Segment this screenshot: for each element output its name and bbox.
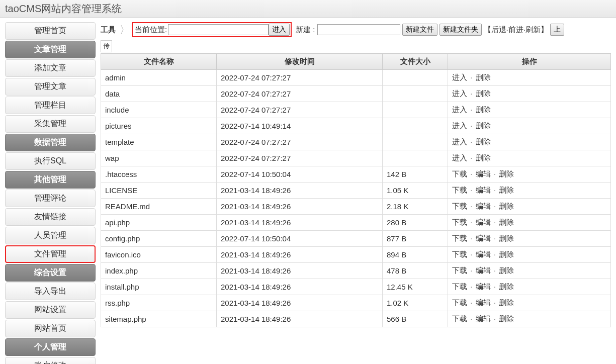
sidebar-item-15[interactable]: 网站设置 [5, 301, 96, 319]
path-input[interactable] [168, 24, 269, 35]
cell-ops: 下载 · 编辑 · 删除 [448, 166, 611, 183]
sidebar-item-5[interactable]: 采集管理 [5, 115, 96, 133]
op-delete[interactable]: 删除 [499, 314, 514, 323]
op-edit[interactable]: 编辑 [476, 250, 491, 258]
op-enter[interactable]: 进入 [452, 73, 467, 81]
nav-back[interactable]: 后退 [491, 25, 506, 34]
sep: · [491, 218, 499, 226]
th-size: 文件大小 [383, 54, 448, 70]
nav-refresh[interactable]: 刷新 [525, 25, 541, 34]
op-download[interactable]: 下载 [452, 298, 467, 307]
cell-name: config.php [101, 231, 217, 247]
sidebar-item-11[interactable]: 人员管理 [5, 227, 96, 244]
op-delete[interactable]: 删除 [476, 73, 491, 81]
op-delete[interactable]: 删除 [499, 282, 514, 291]
op-delete[interactable]: 删除 [499, 298, 514, 307]
tool-label: 工具 [101, 25, 118, 35]
cell-time: 2022-07-24 07:27:27 [217, 70, 383, 86]
sidebar-item-6[interactable]: 数据管理 [5, 134, 96, 151]
op-download[interactable]: 下载 [452, 250, 467, 258]
op-delete[interactable]: 删除 [499, 218, 514, 226]
enter-button[interactable]: 进入 [269, 24, 290, 36]
cell-ops: 进入 · 删除 [448, 134, 611, 150]
op-enter[interactable]: 进入 [452, 153, 467, 162]
cell-size [383, 70, 448, 86]
new-input[interactable] [317, 24, 400, 35]
sep: · [467, 105, 476, 114]
op-enter[interactable]: 进入 [452, 89, 467, 98]
sidebar-item-16[interactable]: 网站首页 [5, 320, 96, 337]
page-header: taoCMS网站内容管理系统 [0, 0, 616, 18]
sidebar-item-4[interactable]: 管理栏目 [5, 97, 96, 114]
sidebar-item-12[interactable]: 文件管理 [5, 245, 96, 263]
op-edit[interactable]: 编辑 [476, 202, 491, 210]
new-folder-button[interactable]: 新建文件夹 [439, 24, 482, 36]
op-edit[interactable]: 编辑 [476, 186, 491, 194]
cell-name: rss.php [101, 295, 217, 311]
sidebar-item-8[interactable]: 其他管理 [5, 171, 96, 189]
path-box: 当前位置: 进入 [132, 22, 292, 37]
op-delete[interactable]: 删除 [499, 202, 514, 210]
table-row: install.php2021-03-14 18:49:2612.45 K下载 … [101, 279, 611, 295]
sidebar-item-10[interactable]: 友情链接 [5, 208, 96, 226]
op-edit[interactable]: 编辑 [476, 218, 491, 226]
op-download[interactable]: 下载 [452, 186, 467, 194]
op-download[interactable]: 下载 [452, 169, 467, 178]
op-download[interactable]: 下载 [452, 282, 467, 291]
sidebar-item-3[interactable]: 管理文章 [5, 78, 96, 96]
op-enter[interactable]: 进入 [452, 137, 467, 146]
cell-size [383, 134, 448, 150]
op-delete[interactable]: 删除 [476, 137, 491, 146]
file-table: 文件名称 修改时间 文件大小 操作 admin2022-07-24 07:27:… [101, 53, 611, 327]
op-delete[interactable]: 删除 [499, 266, 514, 275]
op-download[interactable]: 下载 [452, 234, 467, 242]
sidebar-item-2[interactable]: 添加文章 [5, 59, 96, 77]
sidebar-item-18[interactable]: 账户修改 [5, 357, 96, 364]
op-edit[interactable]: 编辑 [476, 234, 491, 242]
sidebar-item-7[interactable]: 执行SQL [5, 152, 96, 170]
sidebar: 管理首页文章管理添加文章管理文章管理栏目采集管理数据管理执行SQL其他管理管理评… [0, 18, 101, 364]
up-button[interactable]: 上 [550, 24, 564, 36]
th-name: 文件名称 [101, 54, 217, 70]
sidebar-item-17[interactable]: 个人管理 [5, 338, 96, 356]
op-delete[interactable]: 删除 [499, 186, 514, 194]
nav-forward[interactable]: 前进 [508, 25, 523, 34]
op-download[interactable]: 下载 [452, 218, 467, 226]
op-download[interactable]: 下载 [452, 266, 467, 275]
cell-size: 566 B [383, 311, 448, 327]
op-enter[interactable]: 进入 [452, 105, 467, 114]
sidebar-item-13[interactable]: 综合设置 [5, 264, 96, 282]
sidebar-item-9[interactable]: 管理评论 [5, 190, 96, 207]
op-edit[interactable]: 编辑 [476, 282, 491, 291]
op-delete[interactable]: 删除 [476, 153, 491, 162]
op-delete[interactable]: 删除 [476, 105, 491, 114]
cell-name: .htaccess [101, 166, 217, 183]
op-edit[interactable]: 编辑 [476, 314, 491, 323]
op-download[interactable]: 下载 [452, 314, 467, 323]
app-title: taoCMS网站内容管理系统 [5, 3, 122, 14]
table-row: admin2022-07-24 07:27:27进入 · 删除 [101, 70, 611, 86]
cell-name: LICENSE [101, 183, 217, 199]
table-row: config.php2022-07-14 10:50:04877 B下载 · 编… [101, 231, 611, 247]
upload-button[interactable]: 传 [101, 40, 112, 52]
op-download[interactable]: 下载 [452, 202, 467, 210]
sidebar-item-1[interactable]: 文章管理 [5, 41, 96, 58]
table-row: .htaccess2022-07-14 10:50:04142 B下载 · 编辑… [101, 166, 611, 183]
op-edit[interactable]: 编辑 [476, 169, 491, 178]
op-enter[interactable]: 进入 [452, 121, 467, 130]
op-delete[interactable]: 删除 [499, 169, 514, 178]
sep: · [467, 298, 476, 307]
cell-time: 2022-07-14 10:50:04 [217, 231, 383, 247]
op-delete[interactable]: 删除 [499, 234, 514, 242]
op-delete[interactable]: 删除 [476, 89, 491, 98]
op-edit[interactable]: 编辑 [476, 266, 491, 275]
cell-time: 2022-07-14 10:49:14 [217, 118, 383, 134]
cell-name: wap [101, 150, 217, 166]
op-delete[interactable]: 删除 [499, 250, 514, 258]
main-panel: 工具 〉 当前位置: 进入 新建 : 新建文件 新建文件夹 【后退·前进·刷新】… [101, 18, 616, 331]
sidebar-item-14[interactable]: 导入导出 [5, 283, 96, 300]
op-edit[interactable]: 编辑 [476, 298, 491, 307]
sidebar-item-0[interactable]: 管理首页 [5, 22, 96, 40]
op-delete[interactable]: 删除 [476, 121, 491, 130]
new-file-button[interactable]: 新建文件 [402, 24, 437, 36]
